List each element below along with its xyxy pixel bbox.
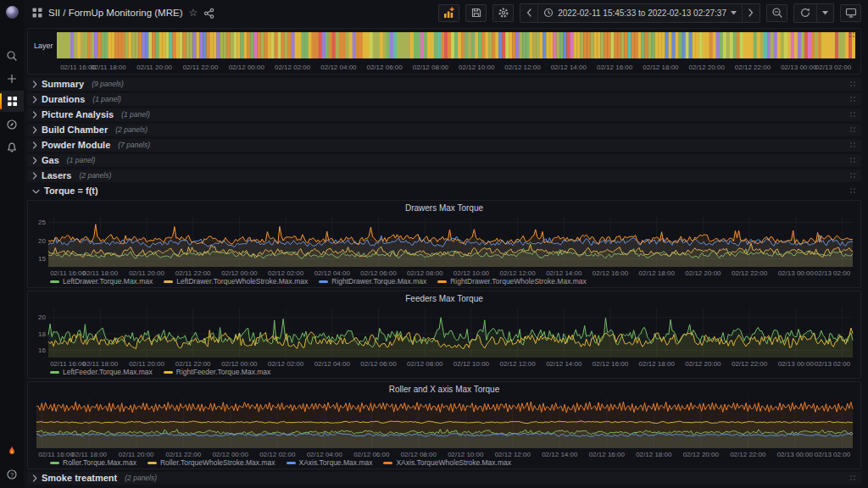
legend-series-color [383,462,392,464]
row-torque[interactable]: Torque = f(t) [27,185,861,197]
row-smoke-treatment[interactable]: Smoke treatment (2 panels) [27,472,861,485]
feeders-torque-chart[interactable]: 02/11 16:0002/11 18:0002/11 20:0002/11 2… [31,304,857,369]
chevron-right-icon [32,80,37,88]
legend-item[interactable]: RightDrawer.TorqueWholeStroke.Max.max [437,277,587,286]
sidebar-item-dashboards[interactable] [0,91,24,112]
row-panel-count: (7 panels) [118,141,150,149]
row-drag-handle[interactable] [849,126,857,134]
row-drag-handle[interactable] [849,187,857,195]
panel-drag-handle[interactable] [849,31,856,39]
time-controls: 2022-02-11 15:45:33 to 2022-02-13 02:27:… [520,3,760,23]
legend-item[interactable]: LeftFeeder.Torque.Max.max [50,368,153,376]
svg-text:02/12 20:00: 02/12 20:00 [683,451,720,458]
question-circle-icon: ? [6,469,18,480]
row-drag-handle[interactable] [849,80,857,88]
row-lasers[interactable]: Lasers (2 panels) [27,169,861,182]
share-icon [203,8,214,19]
explore-button[interactable] [0,114,24,135]
search-button[interactable] [0,45,24,66]
legend-item[interactable]: LeftDrawer.TorqueWholeStroke.Max.max [164,277,308,286]
save-dashboard-button[interactable] [465,4,487,22]
zoom-out-button[interactable] [766,4,787,22]
legend-item[interactable]: RightDrawer.Torque.Max.max [319,277,426,286]
bell-icon [6,141,18,153]
alerting-button[interactable] [0,136,24,158]
row-title: Durations [42,95,85,104]
time-range-picker[interactable]: 2022-02-11 15:45:33 to 2022-02-13 02:27:… [537,4,742,22]
svg-text:02/12 04:00: 02/12 04:00 [320,64,357,71]
layer-timeline-chart[interactable]: 02/11 16:0002/11 18:0002/11 20:0002/11 2… [57,32,855,73]
dashboard-settings-button[interactable] [492,4,514,22]
row-build-chamber[interactable]: Build Chamber (2 panels) [27,124,861,136]
svg-text:02/12 02:00: 02/12 02:00 [259,451,296,458]
create-button[interactable] [0,68,24,89]
svg-text:02/13 00:00: 02/13 00:00 [778,360,815,368]
panel-title[interactable]: Drawers Max Torque [28,203,860,213]
time-range-text: 2022-02-11 15:45:33 to 2022-02-13 02:27:… [558,8,726,18]
svg-text:02/12 02:00: 02/12 02:00 [268,360,304,368]
svg-text:15: 15 [38,255,46,263]
legend-item[interactable]: RightFeeder.Torque.Max.max [164,368,271,376]
refresh-button[interactable] [794,4,816,22]
row-picture-analysis[interactable]: Picture Analysis (1 panel) [27,108,861,121]
kiosk-mode-button[interactable] [840,4,861,22]
svg-text:02/12 18:00: 02/12 18:00 [639,269,676,277]
time-shift-back-button[interactable] [520,4,537,22]
row-drag-handle[interactable] [849,141,857,149]
share-button[interactable] [203,8,214,19]
legend-series-name: RightDrawer.Torque.Max.max [331,277,426,286]
legend-series-color [50,371,59,374]
svg-text:02/11 18:00: 02/11 18:00 [91,64,126,71]
dashboards-icon [7,96,18,107]
row-title: Gas [42,156,59,165]
legend-item[interactable]: XAxis.Torque.Max.max [287,458,373,467]
svg-text:02/13 02:00: 02/13 02:00 [815,269,851,277]
legend-item[interactable]: XAxis.TorqueWholeStroke.Max.max [383,458,511,467]
row-gas[interactable]: Gas (1 panel) [27,154,861,167]
panel-title[interactable]: Feeders Max Torque [28,294,860,303]
row-drag-handle[interactable] [849,111,857,119]
row-powder-module[interactable]: Powder Module (7 panels) [27,139,861,152]
legend-series-color [50,462,59,464]
legend-item[interactable]: LeftDrawer.Torque.Max.max [50,277,153,286]
row-drag-handle[interactable] [849,96,857,103]
panel-title[interactable]: Roller and X axis Max Torque [28,385,860,394]
svg-text:02/11 20:00: 02/11 20:00 [129,360,164,368]
refresh-icon [799,7,811,19]
roller-xaxis-torque-chart[interactable]: 02/11 16:0002/11 18:0002/11 20:0002/11 2… [31,395,857,459]
svg-text:02/11 22:00: 02/11 22:00 [175,269,211,277]
legend-item[interactable]: Roller.TorqueWholeStroke.Max.max [147,458,275,467]
legend-series-color [164,371,173,374]
svg-text:02/12 18:00: 02/12 18:00 [636,451,672,458]
svg-text:02/12 08:00: 02/12 08:00 [407,360,443,368]
row-panel-count: (2 panels) [79,172,111,180]
svg-text:02/12 10:00: 02/12 10:00 [459,64,495,71]
star-button[interactable]: ☆ [188,8,198,18]
row-summary[interactable]: Summary (9 panels) [27,78,861,91]
legend-series-color [319,280,328,283]
row-durations[interactable]: Durations (1 panel) [27,93,861,106]
row-drag-handle[interactable] [849,474,857,482]
time-shift-forward-button[interactable] [742,4,760,22]
legend-series-name: LeftDrawer.TorqueWholeStroke.Max.max [176,277,308,286]
svg-text:02/12 06:00: 02/12 06:00 [353,451,390,458]
svg-text:02/11 16:00: 02/11 16:00 [50,269,86,277]
grafana-logo-icon[interactable] [3,3,21,21]
svg-text:02/12 00:00: 02/12 00:00 [221,269,258,277]
row-drag-handle[interactable] [849,157,857,164]
legend: LeftFeeder.Torque.Max.maxRightFeeder.Tor… [50,368,270,376]
help-button[interactable]: ? [0,463,24,485]
add-panel-button[interactable] [438,4,459,22]
chevron-right-icon [32,474,37,482]
user-profile-button[interactable] [0,440,24,461]
drawers-torque-chart[interactable]: 02/11 16:0002/11 18:0002/11 20:0002/11 2… [31,214,857,278]
legend-series-color [147,462,157,464]
svg-text:20: 20 [38,237,46,245]
caret-down-icon [822,11,828,15]
svg-text:02/12 18:00: 02/12 18:00 [639,360,676,368]
row-drag-handle[interactable] [849,172,857,180]
refresh-interval-button[interactable] [816,4,833,22]
legend-item[interactable]: Roller.Torque.Max.max [50,458,136,467]
dashboard-title[interactable]: SII / FormUp Monitoring (MRE) [48,8,182,18]
svg-text:02/12 00:00: 02/12 00:00 [213,451,249,458]
